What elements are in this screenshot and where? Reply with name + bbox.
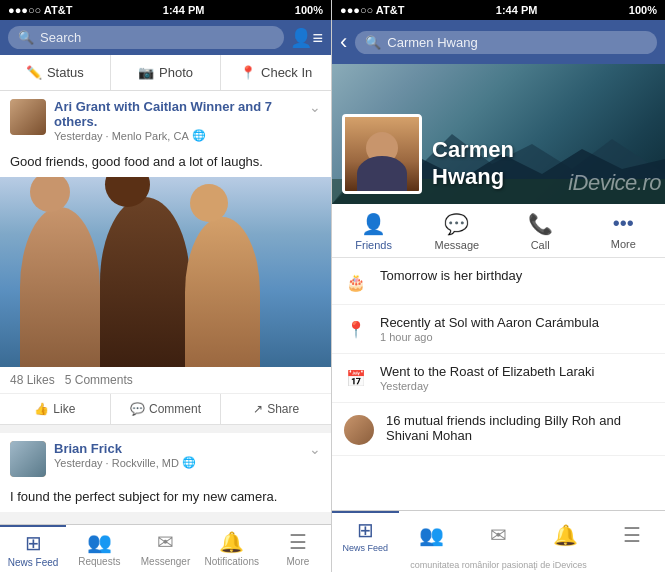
info-item-mutual: 16 mutual friends including Billy Roh an…: [332, 403, 665, 456]
camera-icon: 📷: [138, 65, 154, 80]
post-chevron-2[interactable]: ⌄: [309, 441, 321, 457]
requests-icon: 👥: [87, 530, 112, 554]
mutual-friend-avatar: [344, 415, 374, 445]
left-status-bar: ●●●○○ AT&T 1:44 PM 100%: [0, 0, 331, 20]
post-buttons-1: 👍 Like 💬 Comment ↗ Share: [0, 394, 331, 425]
post-time-2: Yesterday · Rockville, MD: [54, 457, 179, 469]
post-sub-2: Yesterday · Rockville, MD 🌐: [54, 456, 301, 469]
globe-icon-2: 🌐: [182, 456, 196, 469]
left-bottom-nav: ⊞ News Feed 👥 Requests ✉ Messenger 🔔 Not…: [0, 524, 331, 572]
likes-count: 48 Likes: [10, 373, 55, 387]
right-panel: ●●●○○ AT&T 1:44 PM 100% ‹ 🔍 Carmen Hwang: [332, 0, 665, 572]
right-nav-2[interactable]: 👥: [399, 511, 466, 558]
more-action-icon: •••: [613, 212, 634, 235]
call-action[interactable]: 📞 Call: [499, 212, 582, 251]
newsfeed-label: News Feed: [8, 557, 59, 568]
post-author-2[interactable]: Brian Frick: [54, 441, 301, 456]
messenger-label: Messenger: [141, 556, 190, 567]
nav-messenger[interactable]: ✉ Messenger: [132, 525, 198, 572]
post-card-2: Brian Frick Yesterday · Rockville, MD 🌐 …: [0, 433, 331, 512]
newsfeed-icon: ⊞: [25, 531, 42, 555]
right-battery: 100%: [629, 4, 657, 16]
friends-action-icon: 👤: [361, 212, 386, 236]
notifications-icon: 🔔: [219, 530, 244, 554]
location-text: Recently at Sol with Aaron Carámbula: [380, 315, 653, 330]
post-image-1: [0, 177, 331, 367]
left-battery: 100%: [295, 4, 323, 16]
profile-search-box[interactable]: 🔍 Carmen Hwang: [355, 31, 657, 54]
nav-newsfeed[interactable]: ⊞ News Feed: [0, 525, 66, 572]
profile-search-icon: 🔍: [365, 35, 381, 50]
comments-count: 5 Comments: [65, 373, 133, 387]
profile-body: [357, 156, 407, 191]
status-label: Status: [47, 65, 84, 80]
nav-more[interactable]: ☰ More: [265, 525, 331, 572]
post-chevron-1[interactable]: ⌄: [309, 99, 321, 115]
profile-search-value: Carmen Hwang: [387, 35, 477, 50]
left-carrier: ●●●○○ AT&T: [8, 4, 72, 16]
right-carrier: ●●●○○ AT&T: [340, 4, 404, 16]
profile-picture: [342, 114, 422, 194]
nav-requests[interactable]: 👥 Requests: [66, 525, 132, 572]
person-head-3: [190, 184, 228, 222]
avatar-brian: [10, 441, 46, 477]
site-footer: comunitatea românilor pasionaţi de iDevi…: [332, 558, 665, 572]
avatar-ari: [10, 99, 46, 135]
birthday-icon: 🎂: [344, 270, 368, 294]
post-card-1: Ari Grant with Caitlan Winner and 7 othe…: [0, 91, 331, 425]
post-stats-1: 48 Likes 5 Comments: [0, 367, 331, 394]
right-nav-icon-3: ✉: [490, 523, 507, 547]
right-nav-newsfeed[interactable]: ⊞ News Feed: [332, 511, 399, 558]
info-content-location: Recently at Sol with Aaron Carámbula 1 h…: [380, 315, 653, 343]
more-icon: ☰: [289, 530, 307, 554]
post-header-1: Ari Grant with Caitlan Winner and 7 othe…: [0, 91, 331, 150]
right-nav-5[interactable]: ☰: [598, 511, 665, 558]
comment-icon: 💬: [130, 402, 145, 416]
like-button[interactable]: 👍 Like: [0, 394, 111, 424]
event-text: Went to the Roast of Elizabeth Laraki: [380, 364, 653, 379]
message-action-icon: 💬: [444, 212, 469, 236]
share-label: Share: [267, 402, 299, 416]
share-button[interactable]: ↗ Share: [221, 394, 331, 424]
right-newsfeed-icon: ⊞: [357, 518, 374, 542]
mutual-text: 16 mutual friends including Billy Roh an…: [386, 413, 653, 443]
info-item-birthday: 🎂 Tomorrow is her birthday: [332, 258, 665, 305]
photo-button[interactable]: 📷 Photo: [111, 55, 222, 90]
post-actions-bar: ✏️ Status 📷 Photo 📍 Check In: [0, 55, 331, 91]
info-item-location: 📍 Recently at Sol with Aaron Carámbula 1…: [332, 305, 665, 354]
notifications-label: Notifications: [204, 556, 258, 567]
friends-action[interactable]: 👤 Friends: [332, 212, 415, 251]
nav-notifications[interactable]: 🔔 Notifications: [199, 525, 265, 572]
birthday-text: Tomorrow is her birthday: [380, 268, 653, 283]
comment-button[interactable]: 💬 Comment: [111, 394, 222, 424]
right-nav-4[interactable]: 🔔: [532, 511, 599, 558]
post-image-inner: [0, 177, 331, 367]
profile-name-line1: Carmen: [432, 137, 514, 163]
right-nav-icon-2: 👥: [419, 523, 444, 547]
right-nav-icon-4: 🔔: [553, 523, 578, 547]
friends-requests-icon[interactable]: 👤≡: [290, 27, 323, 49]
status-button[interactable]: ✏️ Status: [0, 55, 111, 90]
status-icon: ✏️: [26, 65, 42, 80]
requests-label: Requests: [78, 556, 120, 567]
location-pin-icon: 📍: [240, 65, 256, 80]
post-meta-2: Brian Frick Yesterday · Rockville, MD 🌐: [54, 441, 301, 469]
checkin-button[interactable]: 📍 Check In: [221, 55, 331, 90]
thumbsup-icon: 👍: [34, 402, 49, 416]
checkin-label: Check In: [261, 65, 312, 80]
post-time-1: Yesterday · Menlo Park, CA: [54, 130, 189, 142]
post-header-2: Brian Frick Yesterday · Rockville, MD 🌐 …: [0, 433, 331, 485]
right-status-bar: ●●●○○ AT&T 1:44 PM 100%: [332, 0, 665, 20]
profile-top-bar: ‹ 🔍 Carmen Hwang: [332, 20, 665, 64]
feed-content: Ari Grant with Caitlan Winner and 7 othe…: [0, 91, 331, 524]
search-box[interactable]: 🔍 Search: [8, 26, 284, 49]
profile-name-overlay: Carmen Hwang: [432, 137, 514, 190]
post-author-1[interactable]: Ari Grant with Caitlan Winner and 7 othe…: [54, 99, 301, 129]
profile-info-list: 🎂 Tomorrow is her birthday 📍 Recently at…: [332, 258, 665, 510]
call-action-icon: 📞: [528, 212, 553, 236]
post-sub-1: Yesterday · Menlo Park, CA 🌐: [54, 129, 301, 142]
more-action[interactable]: ••• More: [582, 212, 665, 251]
right-nav-3[interactable]: ✉: [465, 511, 532, 558]
back-button[interactable]: ‹: [340, 29, 347, 55]
message-action[interactable]: 💬 Message: [415, 212, 498, 251]
